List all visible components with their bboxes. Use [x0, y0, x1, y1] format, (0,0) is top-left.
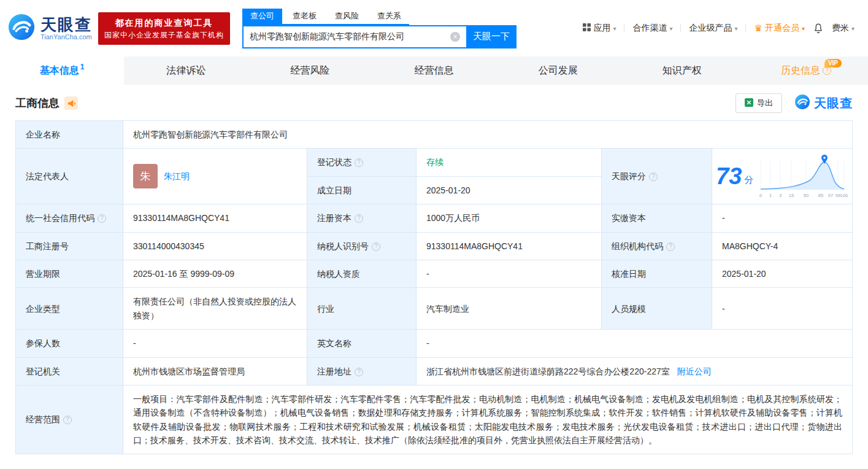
staff-size-label: 人员规模 [602, 288, 712, 330]
excel-icon [745, 98, 753, 109]
taxpayer-quality-value: - [417, 260, 602, 287]
tab-legal-label: 法律诉讼 [166, 64, 205, 77]
table-row: 法定代表人 朱 朱江明 登记状态? 存续 天眼评分? 73 分 [16, 149, 853, 176]
tab-basic-label: 基本信息 [40, 64, 79, 77]
reg-capital-label-text: 注册资本 [317, 213, 351, 223]
help-icon[interactable]: ? [372, 242, 380, 251]
clear-icon[interactable]: × [450, 32, 460, 42]
svg-text:0: 0 [759, 193, 762, 198]
svg-text:15: 15 [789, 193, 794, 198]
notification-bell-icon[interactable] [813, 23, 824, 34]
help-icon[interactable]: ? [649, 172, 658, 181]
reg-address-label: 注册地址? [307, 357, 417, 385]
export-button[interactable]: 导出 [735, 93, 782, 113]
insured-count-label: 参保人数 [16, 330, 123, 357]
top-menu: 应用 ▾ 合作渠道 ▾ 企业级产品 ▾ ♛ 开通会员 ▾ 费米 ▾ [583, 23, 868, 34]
export-label: 导出 [757, 98, 773, 109]
menu-channel-label: 合作渠道 [632, 23, 667, 34]
tab-company-development[interactable]: 公司发展 [496, 56, 620, 85]
tab-basic-info[interactable]: 基本信息 1 [0, 56, 124, 85]
score-label-text: 天眼评分 [612, 171, 646, 181]
paid-capital-value: - [712, 204, 853, 232]
reg-capital-label: 注册资本? [307, 204, 417, 232]
company-nav-tabs: 基本信息 1 法律诉讼 经营风险 经营信息 公司发展 知识产权 历史信息 ? V… [0, 56, 868, 85]
menu-vip-label: 开通会员 [765, 23, 799, 34]
table-row: 企业类型 有限责任公司（非自然人投资或控股的法人独资） 行业 汽车制造业 人员规… [16, 288, 853, 330]
reg-status-value: 存续 [417, 149, 602, 176]
tianyancha-logo[interactable]: 天眼查 TianYanCha.com [7, 13, 92, 44]
announcement-icon [64, 96, 78, 110]
business-info-table: 企业名称 杭州零跑智创新能源汽车零部件有限公司 法定代表人 朱 朱江明 登记状态… [15, 120, 853, 454]
table-row: 统一社会信用代码? 91330114MA8GHQCY41 注册资本? 1000万… [16, 204, 853, 232]
search-tab-company[interactable]: 查公司 [242, 9, 282, 24]
help-icon[interactable]: ? [98, 214, 106, 223]
menu-user[interactable]: 费米 ▾ [832, 23, 855, 34]
divider [624, 24, 624, 33]
approval-date-label: 核准日期 [602, 260, 712, 287]
legal-rep-cell: 朱 朱江明 [123, 149, 307, 204]
reg-authority-label: 登记机关 [16, 357, 123, 385]
search-tab-boss[interactable]: 查老板 [285, 9, 325, 24]
chevron-down-icon: ▾ [613, 25, 616, 32]
menu-apps[interactable]: 应用 ▾ [583, 23, 616, 34]
table-row: 企业名称 杭州零跑智创新能源汽车零部件有限公司 [16, 121, 853, 149]
nearby-companies-link[interactable]: 附近公司 [677, 366, 712, 376]
credit-code-label-text: 统一社会信用代码 [26, 213, 94, 223]
tab-history-info[interactable]: 历史信息 ? VIP [744, 56, 868, 85]
help-icon[interactable]: ? [355, 158, 363, 167]
help-icon[interactable]: ? [355, 214, 363, 223]
status-badge: 存续 [426, 157, 444, 167]
search-button[interactable]: 天眼一下 [466, 25, 517, 48]
taxpayer-id-value: 91330114MA8GHQCY41 [417, 232, 602, 260]
menu-apps-label: 应用 [593, 23, 610, 34]
section-title: 工商信息 [15, 96, 60, 110]
table-row: 营业期限 2025-01-16 至 9999-09-09 纳税人资质 - 核准日… [16, 260, 853, 287]
divider [680, 24, 681, 33]
svg-text:85: 85 [818, 193, 823, 198]
search-tabs: 查公司 查老板 查风险 查关系 [242, 9, 409, 25]
tab-history-label: 历史信息 [781, 64, 820, 77]
legal-rep-link[interactable]: 朱江明 [164, 169, 190, 183]
score-unit: 分 [744, 172, 753, 187]
section-bar: 工商信息 导出 [15, 93, 853, 113]
avatar[interactable]: 朱 [133, 164, 158, 188]
reg-number-label: 工商注册号 [16, 232, 123, 260]
tab-development-label: 公司发展 [539, 64, 578, 77]
org-code-label-text: 组织机构代码 [612, 241, 663, 251]
tab-intellectual-property[interactable]: 知识产权 [620, 56, 744, 85]
paid-capital-label: 实缴资本 [602, 204, 712, 232]
table-row: 参保人数 - 英文名称 - [16, 330, 853, 357]
est-date-value: 2025-01-20 [417, 176, 602, 204]
menu-channel[interactable]: 合作渠道 ▾ [632, 23, 672, 34]
search-input[interactable] [242, 25, 466, 48]
brand-text: 天眼查 [814, 95, 853, 112]
tab-operating-risk[interactable]: 经营风险 [248, 56, 372, 85]
table-row: 经营范围? 一般项目：汽车零部件及配件制造；汽车零部件研发；汽车零配件零售；汽车… [16, 385, 853, 454]
menu-enterprise[interactable]: 企业级产品 ▾ [689, 23, 737, 34]
help-icon[interactable]: ? [823, 66, 831, 75]
menu-vip[interactable]: ♛ 开通会员 ▾ [754, 23, 804, 34]
tab-operation-label: 经营信息 [414, 64, 453, 77]
company-name-value: 杭州零跑智创新能源汽车零部件有限公司 [123, 121, 853, 149]
chevron-down-icon: ▾ [669, 25, 672, 32]
english-name-value: - [417, 330, 853, 357]
help-icon[interactable]: ? [666, 242, 675, 251]
slogan-line2: 国家中小企业发展子基金旗下机构 [104, 29, 224, 41]
score-value: 73 [716, 158, 742, 195]
brand-watermark[interactable]: 天眼查 [794, 94, 853, 112]
company-type-label: 企业类型 [16, 288, 123, 330]
svg-text:50: 50 [804, 193, 808, 198]
top-header: 天眼查 TianYanCha.com 都在用的商业查询工具 国家中小企业发展子基… [0, 0, 868, 56]
slogan-line1: 都在用的商业查询工具 [104, 17, 224, 29]
reg-address-label-text: 注册地址 [317, 366, 351, 376]
help-icon[interactable]: ? [355, 368, 363, 376]
search-tab-relation[interactable]: 查关系 [369, 9, 409, 24]
vip-badge: VIP [824, 59, 842, 68]
tab-operating-info[interactable]: 经营信息 [372, 56, 496, 85]
search-tab-risk[interactable]: 查风险 [327, 9, 367, 24]
business-scope-label-text: 经营范围 [26, 414, 60, 424]
help-icon[interactable]: ? [63, 416, 72, 424]
tab-legal[interactable]: 法律诉讼 [124, 56, 248, 85]
svg-text:100: 100 [840, 193, 848, 198]
logo-title: 天眼查 [40, 16, 92, 34]
